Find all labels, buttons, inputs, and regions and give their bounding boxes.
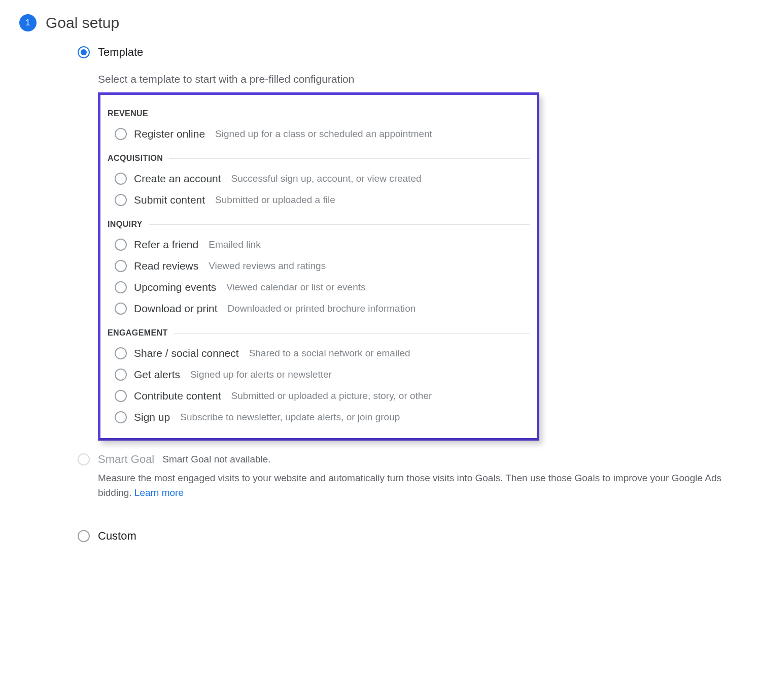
option-label: Upcoming events [134, 281, 216, 293]
option-upcoming-events[interactable]: Upcoming events Viewed calendar or list … [108, 277, 530, 298]
option-contribute-content[interactable]: Contribute content Submitted or uploaded… [108, 385, 530, 407]
group-engagement: ENGAGEMENT Share / social connect Shared… [108, 328, 530, 428]
option-radio[interactable] [115, 303, 127, 315]
template-radio[interactable] [78, 46, 90, 58]
option-radio[interactable] [115, 173, 127, 185]
option-radio[interactable] [115, 128, 127, 140]
step-title: Goal setup [46, 14, 119, 31]
divider [154, 114, 530, 114]
option-desc: Shared to a social network or emailed [249, 348, 410, 359]
option-radio[interactable] [115, 411, 127, 423]
option-desc: Successful sign up, account, or view cre… [231, 173, 422, 184]
group-heading: ACQUISITION [108, 154, 530, 163]
option-radio[interactable] [115, 281, 127, 293]
smart-goal-status: Smart Goal not available. [162, 454, 270, 465]
group-title: REVENUE [108, 109, 148, 118]
option-desc: Signed up for a class or scheduled an ap… [215, 128, 432, 140]
option-download-print[interactable]: Download or print Downloaded or printed … [108, 298, 530, 319]
step-header: 1 Goal setup [19, 14, 751, 31]
template-radio-label: Template [98, 46, 143, 59]
option-sign-up[interactable]: Sign up Subscribe to newsletter, update … [108, 407, 530, 428]
group-inquiry: INQUIRY Refer a friend Emailed link Read… [108, 220, 530, 319]
option-label: Contribute content [134, 390, 221, 402]
smart-goal-desc-text: Measure the most engaged visits to your … [98, 473, 721, 498]
option-label: Read reviews [134, 260, 198, 272]
group-heading: REVENUE [108, 109, 530, 118]
group-heading: INQUIRY [108, 220, 530, 229]
option-desc: Downloaded or printed brochure informati… [228, 303, 416, 314]
option-desc: Emailed link [209, 239, 260, 250]
option-refer-friend[interactable]: Refer a friend Emailed link [108, 234, 530, 255]
smart-goal-radio [78, 453, 90, 465]
option-label: Share / social connect [134, 347, 239, 359]
group-title: INQUIRY [108, 220, 143, 229]
option-radio[interactable] [115, 194, 127, 206]
template-highlight-box: REVENUE Register online Signed up for a … [98, 92, 539, 441]
custom-radio-label: Custom [98, 529, 136, 543]
learn-more-link[interactable]: Learn more [134, 487, 184, 498]
option-read-reviews[interactable]: Read reviews Viewed reviews and ratings [108, 255, 530, 277]
divider [169, 158, 530, 159]
smart-goal-label: Smart Goal [98, 453, 154, 466]
option-desc: Submitted or uploaded a file [215, 194, 335, 206]
option-radio[interactable] [115, 260, 127, 272]
step-number-badge: 1 [19, 14, 37, 31]
option-get-alerts[interactable]: Get alerts Signed up for alerts or newsl… [108, 364, 530, 385]
option-label: Refer a friend [134, 239, 198, 251]
option-label: Create an account [134, 173, 221, 185]
option-register-online[interactable]: Register online Signed up for a class or… [108, 123, 530, 145]
option-create-account[interactable]: Create an account Successful sign up, ac… [108, 168, 530, 189]
option-radio[interactable] [115, 347, 127, 359]
option-share-social[interactable]: Share / social connect Shared to a socia… [108, 343, 530, 364]
step-body: Template Select a template to start with… [50, 46, 751, 573]
option-radio[interactable] [115, 390, 127, 402]
divider [174, 333, 530, 334]
option-desc: Viewed reviews and ratings [209, 260, 326, 272]
option-label: Sign up [134, 411, 170, 423]
group-title: ACQUISITION [108, 154, 163, 163]
template-intro-text: Select a template to start with a pre-fi… [98, 73, 751, 85]
group-title: ENGAGEMENT [108, 328, 168, 338]
divider [149, 224, 530, 225]
group-heading: ENGAGEMENT [108, 328, 530, 338]
custom-radio-row[interactable]: Custom [78, 529, 751, 543]
smart-goal-radio-row: Smart Goal Smart Goal not available. [78, 453, 751, 466]
option-label: Submit content [134, 194, 205, 206]
custom-radio[interactable] [78, 530, 90, 542]
option-label: Download or print [134, 303, 218, 315]
option-desc: Viewed calendar or list or events [226, 282, 365, 293]
option-radio[interactable] [115, 239, 127, 251]
option-desc: Subscribe to newsletter, update alerts, … [180, 412, 400, 423]
option-submit-content[interactable]: Submit content Submitted or uploaded a f… [108, 189, 530, 211]
option-desc: Submitted or uploaded a picture, story, … [231, 390, 432, 402]
template-radio-row[interactable]: Template [78, 46, 751, 59]
option-label: Register online [134, 128, 205, 140]
smart-goal-description: Measure the most engaged visits to your … [98, 471, 747, 500]
group-acquisition: ACQUISITION Create an account Successful… [108, 154, 530, 211]
option-radio[interactable] [115, 369, 127, 381]
option-label: Get alerts [134, 369, 180, 381]
group-revenue: REVENUE Register online Signed up for a … [108, 109, 530, 145]
option-desc: Signed up for alerts or newsletter [190, 369, 332, 380]
